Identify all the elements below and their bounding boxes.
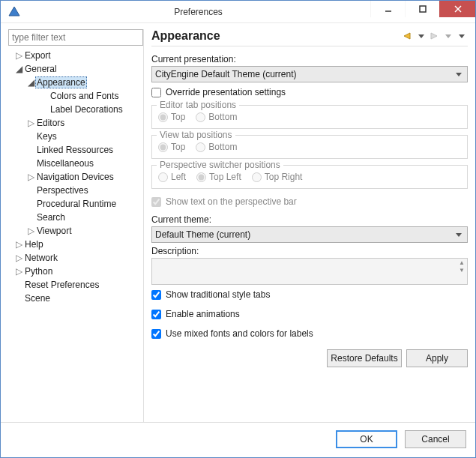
tree-item[interactable]: ◢General (8, 62, 143, 76)
tree-item[interactable]: ◢Appearance (8, 76, 143, 89)
svg-marker-10 (456, 73, 462, 76)
tree-item[interactable]: ▷Procedural Runtime (8, 197, 143, 211)
dialog-button-bar: OK Cancel (1, 422, 475, 457)
tree-item[interactable]: ▷Help (8, 238, 143, 251)
show-text-perspective-check[interactable] (151, 197, 161, 207)
tree-item[interactable]: ▷Reset Preferences (8, 278, 143, 292)
tree-item-label: Perspectives (35, 185, 90, 196)
tree-item[interactable]: ▷Keys (8, 130, 143, 143)
current-theme-value: Default Theme (current) (155, 229, 454, 240)
tree-item-label: Procedural Runtime (35, 199, 118, 209)
tree-item-label: Colors and Fonts (49, 91, 120, 101)
override-presentation-label: Override presentation settings (166, 87, 286, 97)
enable-animations-check[interactable] (151, 310, 161, 319)
tree-item-label: Scene (23, 293, 52, 304)
override-presentation-checkbox[interactable]: Override presentation settings (151, 87, 468, 97)
tree-item[interactable]: ▷Label Decorations (8, 103, 143, 116)
minimize-button[interactable] (370, 1, 405, 17)
tree-expand-icon[interactable]: ▷ (14, 251, 23, 265)
ok-button[interactable]: OK (336, 430, 397, 448)
spin-up-icon[interactable]: ▲ (458, 260, 466, 266)
mixed-fonts-label: Use mixed fonts and colors for labels (166, 328, 313, 339)
perspective-switcher-legend: Perspective switcher positions (157, 160, 283, 170)
tree-item[interactable]: ▷Python (8, 265, 143, 278)
nav-back-icon[interactable] (402, 30, 414, 42)
enable-animations-checkbox[interactable]: Enable animations (151, 309, 468, 319)
tree-expand-icon[interactable]: ▷ (26, 116, 35, 130)
maximize-button[interactable] (405, 1, 439, 17)
nav-fwd-menu-icon[interactable] (442, 30, 454, 42)
tree-item[interactable]: ▷Editors (8, 116, 143, 130)
traditional-tabs-check[interactable] (151, 290, 161, 300)
page-heading-row: Appearance (151, 29, 468, 46)
restore-defaults-button[interactable]: Restore Defaults (327, 349, 402, 367)
view-tab-positions-group: View tab positions Top Bottom (151, 135, 468, 159)
nav-menu-icon[interactable] (456, 30, 468, 42)
tree-item-label: Help (23, 239, 45, 250)
tree-item-label: Navigation Devices (35, 172, 115, 182)
tree-item[interactable]: ▷Perspectives (8, 184, 143, 197)
apply-button[interactable]: Apply (406, 349, 468, 367)
filter-input[interactable] (8, 29, 143, 46)
tree-item-label: Viewport (35, 226, 73, 236)
current-theme-label: Current theme: (151, 214, 468, 225)
svg-marker-11 (456, 233, 462, 237)
tree-expand-icon[interactable]: ▷ (14, 265, 23, 278)
mixed-fonts-checkbox[interactable]: Use mixed fonts and colors for labels (151, 328, 468, 339)
tree-item[interactable]: ▷Navigation Devices (8, 170, 143, 184)
cancel-button[interactable]: Cancel (405, 430, 466, 448)
current-theme-combo[interactable]: Default Theme (current) (151, 226, 468, 243)
show-text-perspective-checkbox[interactable]: Show text on the perspective bar (151, 196, 468, 207)
dialog-body: ▷Export◢General◢Appearance▷Colors and Fo… (1, 23, 475, 422)
editor-tab-positions-legend: Editor tab positions (157, 100, 239, 110)
nav-back-menu-icon[interactable] (415, 30, 427, 42)
view-tab-bottom-radio[interactable]: Bottom (196, 142, 237, 152)
page-button-row: Restore Defaults Apply (151, 349, 468, 367)
heading-nav (402, 30, 468, 42)
tree-item[interactable]: ▷Viewport (8, 224, 143, 238)
tree-item[interactable]: ▷Search (8, 211, 143, 224)
close-button[interactable] (439, 1, 475, 17)
svg-marker-0 (9, 7, 19, 16)
persp-left-radio[interactable]: Left (158, 172, 186, 182)
tree-item[interactable]: ▷Colors and Fonts (8, 89, 143, 103)
tree-item[interactable]: ▷Export (8, 49, 143, 62)
editor-tab-top-radio[interactable]: Top (158, 112, 185, 122)
svg-marker-7 (431, 33, 437, 39)
tree-item[interactable]: ▷Network (8, 251, 143, 265)
tree-expand-icon[interactable]: ▷ (26, 224, 35, 238)
editor-tab-bottom-radio[interactable]: Bottom (196, 112, 237, 122)
tree-item[interactable]: ▷Miscellaneous (8, 157, 143, 170)
window-buttons (370, 1, 475, 22)
persp-topleft-radio[interactable]: Top Left (196, 172, 241, 182)
tree-item-label: Reset Preferences (23, 280, 100, 290)
nav-fwd-icon (429, 30, 441, 42)
tree-expand-icon[interactable]: ▷ (14, 238, 23, 251)
current-presentation-combo[interactable]: CityEngine Default Theme (current) (151, 66, 468, 82)
svg-marker-5 (404, 33, 410, 39)
override-presentation-check[interactable] (151, 88, 161, 97)
current-presentation-label: Current presentation: (151, 54, 468, 64)
tree-collapse-icon[interactable]: ◢ (14, 62, 23, 76)
description-box[interactable]: ▲ ▼ (151, 258, 468, 285)
tree-item-label: Linked Ressources (35, 145, 115, 155)
persp-topright-radio[interactable]: Top Right (252, 172, 303, 182)
mixed-fonts-check[interactable] (151, 329, 161, 339)
view-tab-top-radio[interactable]: Top (158, 142, 185, 152)
enable-animations-label: Enable animations (166, 309, 240, 319)
chevron-down-icon (454, 71, 464, 77)
tree-collapse-icon[interactable]: ◢ (26, 76, 35, 89)
tree-expand-icon[interactable]: ▷ (26, 170, 35, 184)
current-presentation-value: CityEngine Default Theme (current) (155, 69, 454, 79)
svg-marker-6 (418, 34, 424, 38)
preference-tree[interactable]: ▷Export◢General◢Appearance▷Colors and Fo… (8, 49, 143, 422)
description-spinner: ▲ ▼ (458, 260, 466, 274)
svg-marker-8 (445, 34, 451, 38)
spin-down-icon[interactable]: ▼ (458, 268, 466, 274)
traditional-tabs-checkbox[interactable]: Show traditional style tabs (151, 289, 468, 300)
tree-item[interactable]: ▷Linked Ressources (8, 143, 143, 157)
perspective-switcher-group: Perspective switcher positions Left Top … (151, 165, 468, 189)
tree-item[interactable]: ▷Scene (8, 292, 143, 305)
tree-expand-icon[interactable]: ▷ (14, 49, 23, 62)
tree-item-label: Search (35, 212, 67, 223)
